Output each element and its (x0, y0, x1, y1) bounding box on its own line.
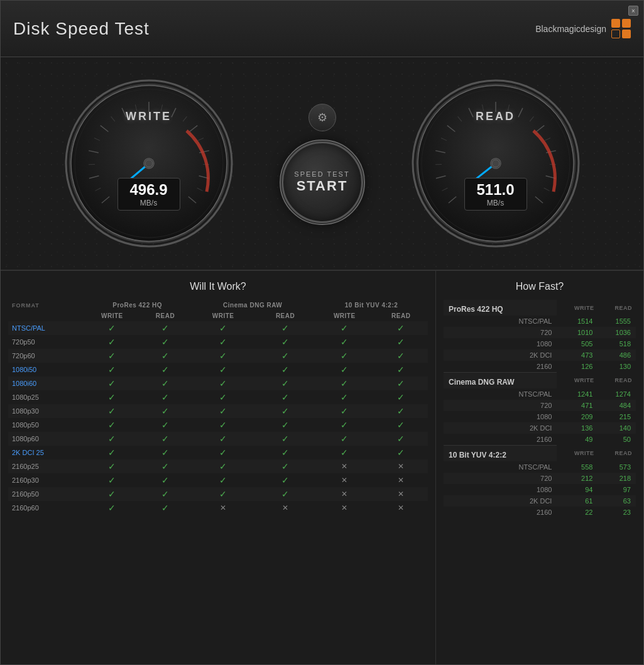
hf-read-1-1: 484 (598, 400, 636, 411)
hf-row-2-2: 10809497 (444, 484, 636, 495)
wiw-row-10: 2160p25✓✓✓✓✕✕ (8, 459, 428, 473)
hf-label-0-3: 2K DCI (444, 349, 557, 361)
hf-write-1-2: 209 (557, 411, 598, 422)
write-gauge-unit: MB/s (126, 199, 172, 207)
wiw-cell-3-2: ✓ (190, 363, 256, 376)
hf-label-1-2: 1080 (444, 411, 557, 422)
wiw-cell-12-2: ✓ (190, 487, 256, 501)
wiw-row-12: 2160p50✓✓✓✓✕✕ (8, 487, 428, 501)
hf-group-name-0: ProRes 422 HQ (444, 300, 557, 316)
hf-label-2-1: 720 (444, 473, 557, 484)
brand-icon-cell-3 (611, 30, 620, 38)
brand-icon (611, 19, 631, 38)
wiw-row-13: 2160p60✓✓✕✕✕✕ (8, 501, 428, 515)
how-fast-header: How Fast? (444, 281, 636, 292)
hf-read-0-3: 486 (598, 349, 636, 361)
wiw-cell-8-0: ✓ (84, 432, 140, 446)
wiw-cell-11-5: ✕ (374, 473, 428, 487)
wiw-cell-10-5: ✕ (374, 459, 428, 473)
hf-read-2-2: 97 (598, 484, 636, 495)
hf-write-1-3: 136 (557, 422, 598, 434)
wiw-sub-header-row: WRITE READ WRITE READ WRITE READ (8, 311, 428, 321)
wiw-format-2: 720p60 (8, 349, 84, 363)
wiw-cell-12-0: ✓ (84, 487, 140, 501)
hf-row-2-0: NTSC/PAL558573 (444, 461, 636, 473)
hf-label-1-3: 2K DCI (444, 422, 557, 434)
hf-label-2-2: 1080 (444, 484, 557, 495)
hf-label-2-4: 2160 (444, 507, 557, 518)
settings-button[interactable]: ⚙ (308, 104, 336, 131)
hf-label-0-4: 2160 (444, 361, 557, 373)
wiw-row-0: NTSC/PAL✓✓✓✓✓✓ (8, 321, 428, 335)
wiw-cell-10-3: ✓ (256, 459, 315, 473)
hf-label-0-1: 720 (444, 327, 557, 338)
wiw-cell-0-3: ✓ (256, 321, 315, 335)
wiw-cell-13-3: ✕ (256, 501, 315, 515)
wiw-cell-5-2: ✓ (190, 390, 256, 404)
write-gauge-label: WRITE (126, 110, 172, 123)
wiw-sub-yuv-read: READ (374, 311, 428, 321)
wiw-cell-5-4: ✓ (315, 390, 374, 404)
wiw-cell-4-0: ✓ (84, 376, 140, 390)
wiw-cell-7-0: ✓ (84, 418, 140, 432)
wiw-row-6: 1080p30✓✓✓✓✓✓ (8, 404, 428, 418)
wiw-cell-7-5: ✓ (374, 418, 428, 432)
wiw-cell-13-2: ✕ (190, 501, 256, 515)
hf-row-1-2: 1080209215 (444, 411, 636, 422)
start-button[interactable]: SPEED TEST START (281, 141, 363, 223)
wiw-format-13: 2160p60 (8, 501, 84, 515)
wiw-cell-1-3: ✓ (256, 335, 315, 349)
wiw-cell-11-4: ✕ (315, 473, 374, 487)
hf-group-1: Cinema DNG RAWWRITEREAD (444, 373, 636, 389)
wiw-cell-3-1: ✓ (140, 363, 190, 376)
hf-read-1-0: 1274 (598, 388, 636, 400)
hf-read-0-4: 130 (598, 361, 636, 373)
write-gauge-value: 496.9 (126, 181, 172, 199)
wiw-cell-4-3: ✓ (256, 376, 315, 390)
wiw-cell-11-0: ✓ (84, 473, 140, 487)
brand-icon-cell-1 (611, 19, 620, 28)
wiw-cell-13-4: ✕ (315, 501, 374, 515)
wiw-cell-9-2: ✓ (190, 446, 256, 459)
hf-row-2-1: 720212218 (444, 473, 636, 484)
wiw-cell-1-1: ✓ (140, 335, 190, 349)
wiw-cell-4-5: ✓ (374, 376, 428, 390)
hf-group-write-header-0: WRITE (557, 300, 598, 316)
hf-row-2-4: 21602223 (444, 507, 636, 518)
hf-row-2-3: 2K DCI6163 (444, 495, 636, 507)
write-gauge: WRITE 496.9 MB/s (61, 75, 237, 251)
wiw-cell-6-2: ✓ (190, 404, 256, 418)
wiw-cell-0-5: ✓ (374, 321, 428, 335)
hf-write-0-0: 1514 (557, 316, 598, 327)
will-it-work-table: FORMAT ProRes 422 HQ Cinema DNG RAW 10 B… (8, 300, 428, 515)
wiw-sub-yuv-write: WRITE (315, 311, 374, 321)
wiw-format-6: 1080p30 (8, 404, 84, 418)
wiw-cell-4-4: ✓ (315, 376, 374, 390)
wiw-cell-9-0: ✓ (84, 446, 140, 459)
wiw-sub-prores-read: READ (140, 311, 190, 321)
wiw-cell-8-1: ✓ (140, 432, 190, 446)
wiw-cell-13-5: ✕ (374, 501, 428, 515)
wiw-cell-0-0: ✓ (84, 321, 140, 335)
svg-point-30 (145, 160, 153, 167)
how-fast-table: ProRes 422 HQWRITEREADNTSC/PAL1514155572… (444, 300, 636, 518)
read-gauge-svg (408, 75, 584, 251)
wiw-group-yuv: 10 Bit YUV 4:2:2 (315, 300, 428, 311)
wiw-cell-8-3: ✓ (256, 432, 315, 446)
wiw-cell-2-0: ✓ (84, 349, 140, 363)
wiw-format-col-header: FORMAT (8, 300, 84, 311)
wiw-cell-0-4: ✓ (315, 321, 374, 335)
hf-write-2-0: 558 (557, 461, 598, 473)
hf-read-0-2: 518 (598, 338, 636, 349)
wiw-group-prores: ProRes 422 HQ (84, 300, 190, 311)
wiw-cell-11-2: ✓ (190, 473, 256, 487)
wiw-cell-1-0: ✓ (84, 335, 140, 349)
start-button-main: START (297, 178, 348, 194)
wiw-cell-13-0: ✓ (84, 501, 140, 515)
wiw-cell-9-1: ✓ (140, 446, 190, 459)
hf-row-1-4: 21604950 (444, 434, 636, 446)
wiw-group-header-row: FORMAT ProRes 422 HQ Cinema DNG RAW 10 B… (8, 300, 428, 311)
hf-read-0-0: 1555 (598, 316, 636, 327)
close-button[interactable]: × (628, 6, 638, 16)
wiw-cell-12-5: ✕ (374, 487, 428, 501)
